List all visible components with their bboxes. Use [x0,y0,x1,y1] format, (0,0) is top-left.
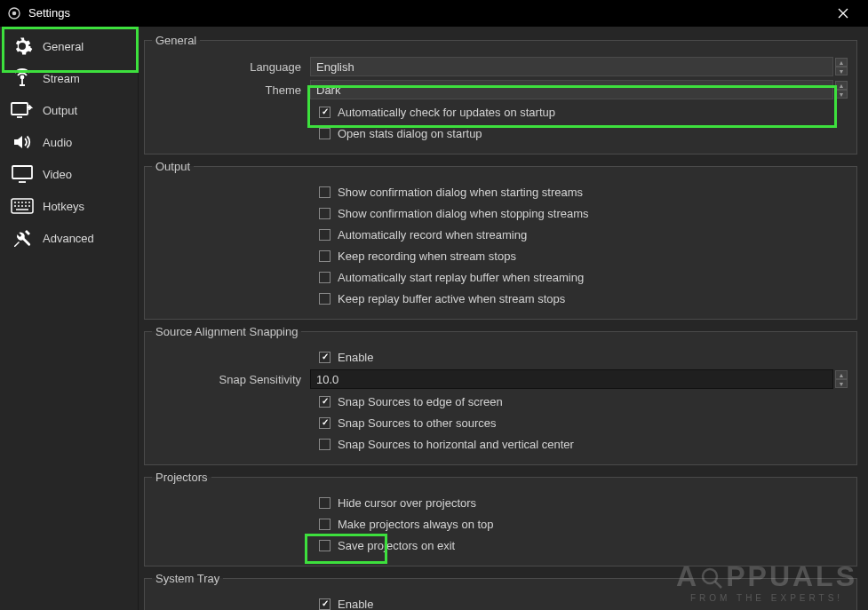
antenna-icon [11,67,34,90]
section-title: Source Alignment Snapping [152,325,301,338]
spin-down-icon[interactable]: ▼ [835,67,848,75]
watermark-tag: FROM THE EXPERTS! [676,593,857,603]
checkbox-check-updates[interactable] [319,107,330,118]
checkbox-snap-enable[interactable] [319,352,330,363]
checkbox-label: Keep replay buffer active when stream st… [338,292,565,305]
checkbox-label: Snap Sources to edge of screen [338,395,503,408]
section-title: Output [152,160,194,173]
svg-point-6 [703,569,717,583]
sidebar-item-label: Advanced [43,232,94,245]
magnifier-icon [699,566,726,592]
sidebar-item-label: Audio [43,136,72,149]
output-icon [11,99,34,122]
sidebar-item-stream[interactable]: Stream [0,62,138,94]
section-title: General [152,34,200,47]
sidebar-item-audio[interactable]: Audio [0,126,138,158]
checkbox-label: Automatically check for updates on start… [338,106,555,119]
section-snapping: Source Alignment Snapping Enable Snap Se… [144,325,857,465]
sidebar-item-video[interactable]: Video [0,158,138,190]
sidebar-item-label: Hotkeys [43,200,84,213]
checkbox-auto-replay[interactable] [319,272,330,283]
checkbox-label: Show confirmation dialog when starting s… [338,186,583,199]
watermark: APPUALS FROM THE EXPERTS! [676,560,857,603]
spin-up-icon[interactable]: ▲ [835,370,848,379]
snap-sensitivity-input[interactable]: 10.0 [310,369,833,389]
section-title: Projectors [152,471,211,484]
titlebar: Settings [0,0,868,27]
spin-down-icon[interactable]: ▼ [835,90,848,99]
checkbox-open-stats[interactable] [319,128,330,139]
sidebar-item-hotkeys[interactable]: Hotkeys [0,190,138,222]
spin-up-icon[interactable]: ▲ [835,58,848,67]
app-icon [7,6,21,20]
checkbox-keep-recording[interactable] [319,250,330,262]
close-button[interactable] [825,0,861,27]
keyboard-icon [11,194,34,218]
checkbox-snap-edge[interactable] [319,396,330,408]
checkbox-label: Open stats dialog on startup [338,127,482,140]
sidebar-item-general[interactable]: General [0,30,138,62]
section-title: System Tray [152,572,223,585]
spin-down-icon[interactable]: ▼ [835,379,848,388]
svg-rect-4 [12,166,32,178]
section-projectors: Projectors Hide cursor over projectors M… [144,471,857,566]
sidebar-item-label: Stream [43,72,80,85]
checkbox-tray-enable[interactable] [319,598,330,610]
checkbox-snap-center[interactable] [319,439,330,450]
checkbox-label: Hide cursor over projectors [338,496,476,510]
language-select[interactable]: English [310,57,833,76]
sidebar: General Stream Output Audio Video [0,27,139,610]
checkbox-label: Snap Sources to other sources [338,416,497,430]
sidebar-item-advanced[interactable]: Advanced [0,222,138,254]
window-title: Settings [28,6,825,20]
snap-sensitivity-label: Snap Sensitivity [154,373,310,386]
checkbox-keep-replay[interactable] [319,293,330,305]
spin-up-icon[interactable]: ▲ [835,81,848,90]
checkbox-label: Show confirmation dialog when stopping s… [338,207,589,220]
checkbox-label: Keep recording when stream stops [338,250,516,263]
sidebar-item-output[interactable]: Output [0,94,138,126]
monitor-icon [11,162,34,186]
speaker-icon [11,131,34,154]
sidebar-item-label: Video [43,168,72,181]
checkbox-confirm-stop[interactable] [319,208,330,219]
tools-icon [11,226,34,250]
checkbox-confirm-start[interactable] [319,186,330,198]
theme-label: Theme [154,83,310,97]
section-output: Output Show confirmation dialog when sta… [144,160,857,320]
svg-rect-3 [12,103,28,115]
checkbox-snap-other[interactable] [319,417,330,429]
svg-point-1 [12,11,17,15]
checkbox-label: Automatically record when streaming [338,228,527,242]
sidebar-item-label: General [43,40,84,53]
checkbox-projectors-ontop[interactable] [319,519,330,530]
checkbox-auto-record[interactable] [319,229,330,241]
checkbox-label: Enable [338,351,373,364]
checkbox-hide-cursor[interactable] [319,497,330,509]
gear-icon [11,35,34,58]
checkbox-save-projectors[interactable] [319,540,330,551]
checkbox-label: Make projectors always on top [338,518,494,531]
theme-select[interactable]: Dark [310,80,833,99]
settings-content: General Language English ▲ ▼ Theme [139,27,868,610]
section-general: General Language English ▲ ▼ Theme [144,34,857,154]
sidebar-item-label: Output [43,104,77,117]
checkbox-label: Automatically start replay buffer when s… [338,271,584,284]
checkbox-label: Save projectors on exit [338,539,455,552]
checkbox-label: Snap Sources to horizontal and vertical … [338,438,574,451]
checkbox-label: Enable [338,598,373,611]
language-label: Language [154,60,310,74]
